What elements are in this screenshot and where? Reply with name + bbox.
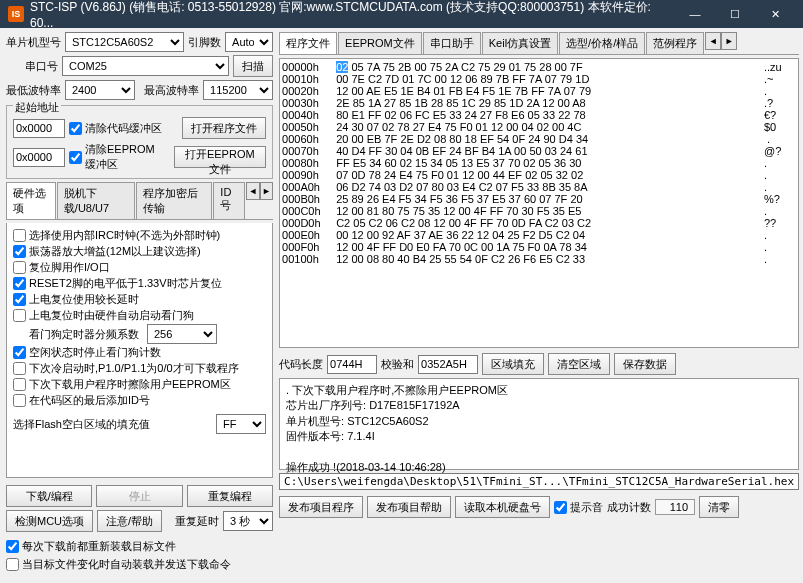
left-tabs: 硬件选项 脱机下载/U8/U7 程序加密后传输 ID号 ◄ ►: [6, 182, 273, 220]
option-label: 上电复位时由硬件自动启动看门狗: [29, 308, 194, 323]
maximize-button[interactable]: ☐: [715, 0, 755, 28]
maxbaud-label: 最高波特率: [144, 83, 199, 98]
wdt-select[interactable]: 256: [147, 324, 217, 344]
close-button[interactable]: ✕: [755, 0, 795, 28]
tab-scroll-left[interactable]: ◄: [246, 182, 259, 200]
file-path: C:\Users\weifengda\Desktop\51\TFmini_ST.…: [279, 473, 799, 490]
fill-label: 选择Flash空白区域的填充值: [13, 417, 150, 432]
tab-keil[interactable]: Keil仿真设置: [482, 32, 558, 54]
reload-label: 每次下载前都重新装载目标文件: [22, 539, 176, 554]
option-checkbox[interactable]: [13, 309, 26, 322]
clear-eeprom-label: 清除EEPROM缓冲区: [85, 142, 166, 172]
repeat-button[interactable]: 重复编程: [187, 485, 273, 507]
output-log: . 下次下载用户程序时,不擦除用户EEPROM区芯片出厂序列号: D17E815…: [279, 378, 799, 470]
minbaud-select[interactable]: 2400: [65, 80, 135, 100]
option-label: RESET2脚的电平低于1.33V时芯片复位: [29, 276, 222, 291]
auto-load-checkbox[interactable]: [6, 558, 19, 571]
next-dl-checkbox[interactable]: [13, 378, 26, 391]
success-count-value: 110: [655, 499, 695, 515]
option-checkbox[interactable]: [13, 261, 26, 274]
reload-checkbox[interactable]: [6, 540, 19, 553]
tab-price[interactable]: 选型/价格/样品: [559, 32, 645, 54]
hint-sound-label: 提示音: [570, 500, 603, 515]
open-eeprom-button[interactable]: 打开EEPROM文件: [174, 146, 267, 168]
option-label: 复位脚用作I/O口: [29, 260, 110, 275]
minimize-button[interactable]: —: [675, 0, 715, 28]
tab-encrypt[interactable]: 程序加密后传输: [136, 182, 213, 219]
scan-button[interactable]: 扫描: [233, 55, 273, 77]
port-label: 串口号: [6, 59, 58, 74]
next-cold-checkbox[interactable]: [13, 362, 26, 375]
option-label: 振荡器放大增益(12M以上建议选择): [29, 244, 201, 259]
fill-value-select[interactable]: FF: [216, 414, 266, 434]
tab-offline[interactable]: 脱机下载/U8/U7: [57, 182, 135, 219]
code-length-value: [327, 355, 377, 374]
app-icon: IS: [8, 6, 24, 22]
pins-label: 引脚数: [188, 35, 221, 50]
pins-select[interactable]: Auto: [225, 32, 273, 52]
minbaud-label: 最低波特率: [6, 83, 61, 98]
checksum-label: 校验和: [381, 357, 414, 372]
right-tabs: 程序文件 EEPROM文件 串口助手 Keil仿真设置 选型/价格/样品 范例程…: [279, 32, 799, 55]
mcu-select[interactable]: STC12C5A60S2: [65, 32, 184, 52]
checksum-value: [418, 355, 478, 374]
next-dl-label: 下次下载用户程序时擦除用户EEPROM区: [29, 377, 231, 392]
save-data-button[interactable]: 保存数据: [614, 353, 676, 375]
repeat-delay-select[interactable]: 3 秒: [223, 511, 273, 531]
clear-code-label: 清除代码缓冲区: [85, 121, 162, 136]
mcu-label: 单片机型号: [6, 35, 61, 50]
tab-scroll-right[interactable]: ►: [260, 182, 273, 200]
tab-id[interactable]: ID号: [213, 182, 245, 219]
tab-serial-helper[interactable]: 串口助手: [423, 32, 481, 54]
tab-program-file[interactable]: 程序文件: [279, 32, 337, 54]
detect-mcu-button[interactable]: 检测MCU选项: [6, 510, 93, 532]
next-cold-label: 下次冷启动时,P1.0/P1.1为0/0才可下载程序: [29, 361, 239, 376]
maxbaud-select[interactable]: 115200: [203, 80, 273, 100]
hint-sound-checkbox[interactable]: [554, 501, 567, 514]
window-title: STC-ISP (V6.86J) (销售电话: 0513-55012928) 官…: [30, 0, 675, 30]
code-length-label: 代码长度: [279, 357, 323, 372]
add-id-checkbox[interactable]: [13, 394, 26, 407]
port-select[interactable]: COM25: [62, 56, 229, 76]
help-button[interactable]: 注意/帮助: [97, 510, 162, 532]
read-disk-button[interactable]: 读取本机硬盘号: [455, 496, 550, 518]
download-button[interactable]: 下载/编程: [6, 485, 92, 507]
option-checkbox[interactable]: [13, 229, 26, 242]
hex-viewer[interactable]: 00000h 02 05 7A 75 2B 00 75 2A C2 75 29 …: [279, 58, 799, 348]
publish-help-button[interactable]: 发布项目帮助: [367, 496, 451, 518]
option-checkbox[interactable]: [13, 293, 26, 306]
wdt-label: 看门狗定时器分频系数: [13, 327, 139, 342]
rtab-scroll-left[interactable]: ◄: [705, 32, 721, 50]
publish-project-button[interactable]: 发布项目程序: [279, 496, 363, 518]
idle-stop-label: 空闲状态时停止看门狗计数: [29, 345, 161, 360]
tab-hardware[interactable]: 硬件选项: [6, 182, 56, 219]
clear-code-checkbox[interactable]: [69, 122, 82, 135]
add-id-label: 在代码区的最后添加ID号: [29, 393, 150, 408]
success-count-label: 成功计数: [607, 500, 651, 515]
option-checkbox[interactable]: [13, 277, 26, 290]
auto-load-label: 当目标文件变化时自动装载并发送下载命令: [22, 557, 231, 572]
stop-button[interactable]: 停止: [96, 485, 182, 507]
reset-count-button[interactable]: 清零: [699, 496, 739, 518]
fill-area-button[interactable]: 区域填充: [482, 353, 544, 375]
option-checkbox[interactable]: [13, 245, 26, 258]
eeprom-addr-input[interactable]: [13, 148, 65, 167]
option-label: 上电复位使用较长延时: [29, 292, 139, 307]
open-code-button[interactable]: 打开程序文件: [182, 117, 266, 139]
clear-eeprom-checkbox[interactable]: [69, 151, 82, 164]
start-addr-title: 起始地址: [13, 101, 61, 113]
clear-area-button[interactable]: 清空区域: [548, 353, 610, 375]
repeat-delay-label: 重复延时: [175, 514, 219, 529]
code-addr-input[interactable]: [13, 119, 65, 138]
tab-eeprom-file[interactable]: EEPROM文件: [338, 32, 422, 54]
option-label: 选择使用内部IRC时钟(不选为外部时钟): [29, 228, 220, 243]
rtab-scroll-right[interactable]: ►: [721, 32, 737, 50]
idle-stop-checkbox[interactable]: [13, 346, 26, 359]
tab-examples[interactable]: 范例程序: [646, 32, 704, 54]
